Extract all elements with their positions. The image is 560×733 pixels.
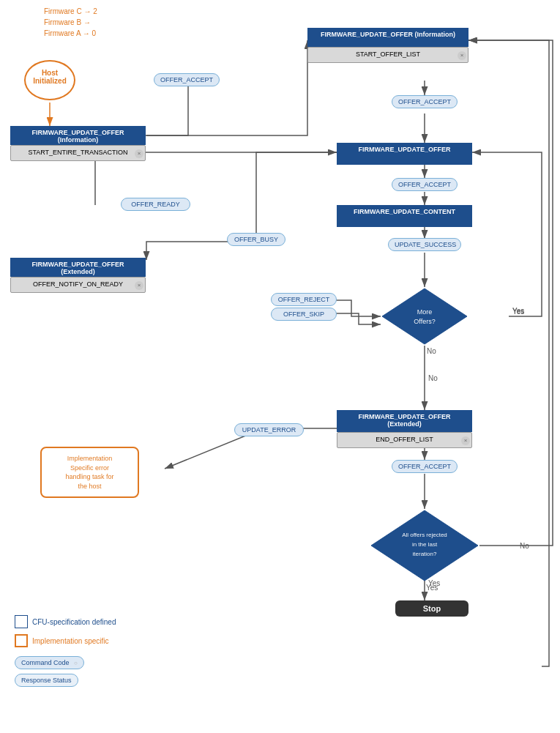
- end-offer-list-box: END_OFFER_LIST ×: [337, 432, 472, 448]
- legend-command-code: Command Code ○: [15, 656, 84, 669]
- start-transaction-left-box: FIRMWARE_UPDATE_OFFER (Information): [10, 126, 146, 145]
- legend-area: CFU-specification defined Implementation…: [15, 615, 116, 687]
- all-offers-rejected-diamond: All offers rejected in the last iteratio…: [370, 509, 479, 582]
- error-handling-box: Implementation Specific error handling t…: [40, 447, 139, 498]
- diagram-container: Yes No Yes Firmware C → 2 Firmware B → F…: [0, 0, 560, 733]
- offer-ready-pill: OFFER_READY: [121, 198, 190, 211]
- update-error-pill: UPDATE_ERROR: [234, 423, 304, 436]
- firmware-update-content-box: FIRMWARE_UPDATE_CONTENT: [337, 205, 472, 227]
- offer-accept-mid-pill: OFFER_ACCEPT: [392, 178, 458, 191]
- offer-busy-pill: OFFER_BUSY: [227, 233, 285, 246]
- start-transaction-top-box: FIRMWARE_UPDATE_OFFER (Information): [307, 28, 468, 47]
- svg-text:Offers?: Offers?: [414, 318, 435, 325]
- svg-marker-18: [382, 289, 467, 344]
- firmware-update-offer-main: FIRMWARE_UPDATE_OFFER: [337, 143, 472, 165]
- svg-text:No: No: [428, 374, 438, 382]
- yes-label-more-offers: Yes: [512, 308, 524, 316]
- end-offer-list-extended-box: FIRMWARE_UPDATE_OFFER (Extended): [337, 410, 472, 432]
- offer-notify-label-box: OFFER_NOTIFY_ON_READY ×: [10, 277, 146, 293]
- offer-accept-right-pill: OFFER_ACCEPT: [392, 95, 458, 108]
- legend-response-status: Response Status: [15, 674, 78, 687]
- svg-text:All offers rejected: All offers rejected: [402, 532, 447, 538]
- legend-impl-box: [15, 634, 28, 647]
- offer-accept-bottom-pill: OFFER_ACCEPT: [392, 460, 458, 473]
- offer-notify-box: FIRMWARE_UPDATE_OFFER (Extended): [10, 258, 146, 277]
- offer-skip-pill: OFFER_SKIP: [271, 308, 337, 321]
- more-offers-diamond: More Offers?: [381, 287, 468, 346]
- update-success-pill: UPDATE_SUCCESS: [388, 238, 461, 251]
- yes-label-all-rejected: Yes: [426, 584, 438, 592]
- start-offer-list-box: START_OFFER_LIST ×: [307, 47, 468, 63]
- legend-cfu-box: [15, 615, 28, 628]
- offer-accept-top-pill: OFFER_ACCEPT: [154, 73, 220, 86]
- offer-reject-pill: OFFER_REJECT: [271, 293, 337, 306]
- legend-impl-label: Implementation specific: [32, 637, 109, 645]
- no-label-more-offers: No: [427, 347, 436, 355]
- host-initialized: Host Initialized: [24, 60, 75, 100]
- svg-text:in the last: in the last: [412, 541, 438, 548]
- legend-cfu-label: CFU-specification defined: [32, 618, 116, 626]
- svg-text:More: More: [417, 308, 433, 316]
- no-label-all-rejected: No: [520, 542, 529, 550]
- firmware-a-label: Firmware A → 0: [44, 29, 96, 37]
- firmware-b-label: Firmware B →: [44, 18, 91, 26]
- firmware-c-label: Firmware C → 2: [44, 7, 97, 15]
- start-entire-transaction-box: START_ENTIRE_TRANSACTION ×: [10, 145, 146, 161]
- svg-text:iteration?: iteration?: [413, 551, 437, 557]
- stop-box: Stop: [395, 600, 468, 617]
